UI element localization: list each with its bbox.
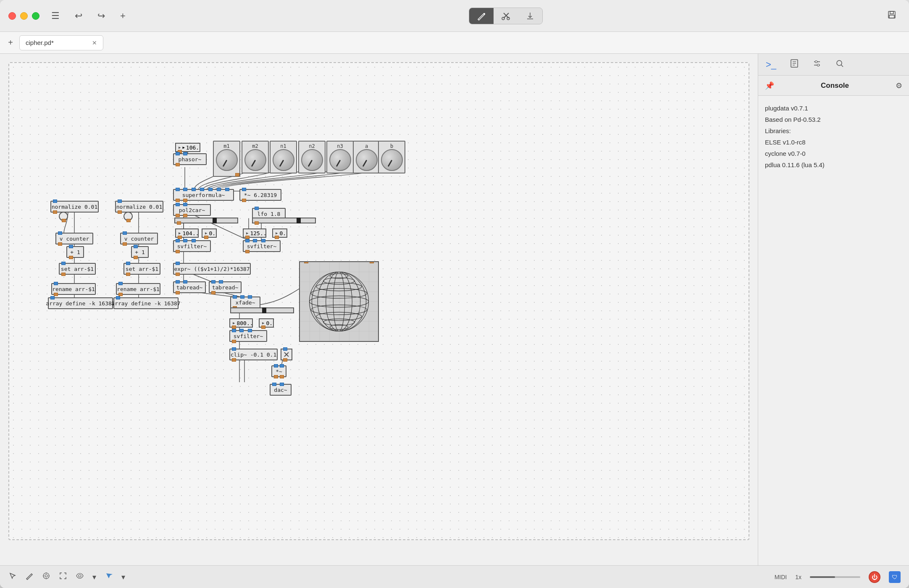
setarr1-label: set arr-$1 [61,266,94,272]
clip-object[interactable]: clip~ -0.1 0.1 [229,349,278,360]
tabread2-object[interactable]: tabread~ [209,281,242,293]
num-0-2[interactable]: 0. [272,228,287,238]
arraydef1-object[interactable]: array define -k 16387 [48,297,113,309]
search-tab[interactable] [832,56,848,73]
pen-icon[interactable] [25,572,34,582]
knob-n3[interactable]: n3 [326,141,354,173]
slider-xfade[interactable] [230,307,294,313]
arraydef2-object[interactable]: array define -k 16387 [113,297,179,309]
xfade-object[interactable]: xfade~ [230,297,260,308]
tab-label: cipher.pd* [26,39,54,46]
expr-object[interactable]: expr~ (($v1+1)/2)*16387 [173,263,251,275]
console-header: 📌 Console ⚙ [758,76,909,96]
knob-b-dial[interactable] [381,149,403,171]
knob-n2[interactable]: n2 [298,141,326,173]
snap-dropdown[interactable]: ▾ [121,572,125,582]
pol2car-object[interactable]: pol2car~ [173,204,211,216]
undo-button[interactable]: ↩ [71,9,86,23]
svg-point-71 [815,60,817,63]
mult-output-object[interactable]: *~ [271,365,286,377]
clip-label: clip~ -0.1 0.1 [231,352,277,358]
cut-tool[interactable] [494,8,518,24]
close-button[interactable] [8,12,16,20]
svfilter3-object[interactable]: svfilter~ [229,330,267,342]
slider-1[interactable] [174,218,238,223]
maximize-button[interactable] [32,12,39,20]
vcounter2-object[interactable]: v counter [120,233,158,244]
notes-tab[interactable] [786,56,802,73]
knob-m1[interactable]: m1 [213,141,240,177]
phasor-object[interactable]: phasor~ [173,153,207,165]
knob-a[interactable]: a [353,141,380,173]
shield-button[interactable]: 🛡 [889,571,901,583]
setarr2-object[interactable]: set arr-$1 [123,263,160,275]
pin-icon[interactable]: 📌 [765,81,774,90]
params-tab[interactable] [809,56,825,73]
settings-icon[interactable]: ⚙ [896,81,902,90]
tabread2-label: tabread~ [212,284,239,291]
globe-svg [300,261,378,342]
canvas-area[interactable]: ▶ 106. phasor~ m1 [0,54,758,565]
canvas-inner[interactable]: ▶ 106. phasor~ m1 [8,62,749,540]
knob-n2-dial[interactable] [301,149,323,171]
svfilter1-object[interactable]: svfilter~ [173,240,211,252]
new-tab-button[interactable]: + [4,37,17,49]
knob-n1[interactable]: n1 [270,141,297,173]
dac-label: dac~ [274,387,287,393]
eye-icon[interactable] [76,572,84,582]
redo-button[interactable]: ↪ [94,9,108,23]
expand-icon[interactable] [59,572,67,582]
knob-n1-dial[interactable] [273,149,294,171]
tab-cipher[interactable]: cipher.pd* ✕ [19,35,103,50]
svfilter2-label: svfilter~ [247,243,276,249]
knob-b[interactable]: b [378,141,405,173]
num-0-3[interactable]: 0. [259,318,274,328]
save-icon[interactable] [883,8,901,24]
num-104[interactable]: 104.. [175,228,199,238]
svfilter2-object[interactable]: svfilter~ [243,240,281,252]
svg-line-75 [841,65,843,67]
eye-dropdown[interactable]: ▾ [92,572,96,582]
knob-n2-label: n2 [309,143,315,149]
zoom-slider[interactable] [810,576,860,578]
normalize1-object[interactable]: normalize 0.01 [50,201,99,213]
num-125[interactable]: 125.. [243,228,266,238]
snap-icon[interactable] [105,572,113,582]
plus1-2-object[interactable]: + 1 [131,246,149,258]
mult-icon[interactable] [281,349,292,360]
superformula-object[interactable]: superformula~ [173,189,234,201]
bang-2[interactable] [123,212,133,221]
tabread1-object[interactable]: tabread~ [173,281,206,293]
knob-n3-dial[interactable] [329,149,351,171]
freq-box[interactable]: ▶ 106. [175,143,200,152]
svg-point-73 [817,64,820,66]
svg-point-0 [483,13,485,15]
mult-2pi-object[interactable]: *~ 6.28319 [239,189,281,201]
target-icon[interactable] [42,572,50,582]
knob-m2-dial[interactable] [244,149,266,171]
draw-tool[interactable] [469,8,494,24]
slider-2[interactable] [252,218,316,223]
renamearr1-object[interactable]: rename arr-$1 [51,283,96,295]
dac-object[interactable]: dac~ [270,384,292,396]
bang-1[interactable] [59,212,68,221]
add-button[interactable]: + [117,9,129,23]
minimize-button[interactable] [20,12,28,20]
num-800[interactable]: 800.. [229,318,253,328]
terminal-tab[interactable]: >_ [762,57,780,73]
vcounter1-object[interactable]: v counter [55,233,93,244]
normalize2-object[interactable]: normalize 0.01 [115,201,163,213]
num-0-1[interactable]: 0. [202,228,217,238]
power-button[interactable]: ⏻ [869,571,880,583]
setarr1-object[interactable]: set arr-$1 [59,263,96,275]
download-tool[interactable] [518,8,542,24]
tab-close-button[interactable]: ✕ [92,39,97,46]
menu-icon[interactable]: ☰ [48,9,63,23]
renamearr2-object[interactable]: rename arr-$1 [116,283,160,295]
knob-m1-dial[interactable] [216,149,238,171]
expr-label: expr~ (($v1+1)/2)*16387 [174,266,250,272]
cursor-icon[interactable] [8,572,17,582]
knob-a-dial[interactable] [356,149,378,171]
plus1-1-object[interactable]: + 1 [66,246,84,258]
knob-m2[interactable]: m2 [242,141,269,173]
